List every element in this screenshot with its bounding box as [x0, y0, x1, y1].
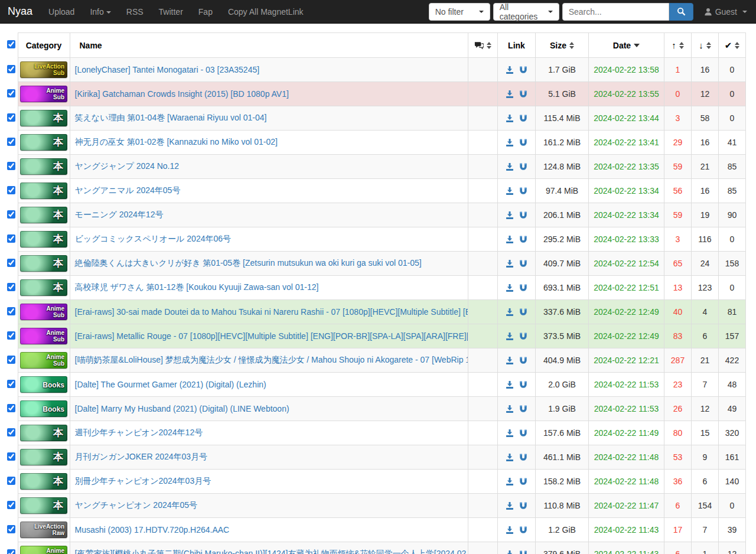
category-icon-liveaction-raw[interactable]: LiveAction Raw [20, 522, 67, 538]
torrent-name-link[interactable]: 笑えない理由 第01-04巻 [Waraenai Riyuu vol 01-04… [75, 113, 267, 122]
brand-logo[interactable]: Nyaa [0, 5, 41, 18]
download-icon[interactable] [506, 90, 514, 98]
download-icon[interactable] [506, 501, 514, 510]
row-checkbox[interactable] [7, 356, 15, 364]
header-leechers[interactable]: ↓ [692, 33, 719, 58]
row-checkbox[interactable] [7, 428, 15, 436]
filter-select[interactable]: No filter [429, 3, 490, 21]
header-date[interactable]: Date [589, 33, 664, 58]
magnet-icon[interactable] [519, 211, 527, 219]
category-icon-anime-sub-en[interactable]: Anime Sub [20, 328, 67, 344]
torrent-name-link[interactable]: 週刊少年チャンピオン2024年12号 [75, 428, 203, 437]
magnet-icon[interactable] [519, 283, 527, 292]
torrent-name-link[interactable]: 高校球児 ザワさん 第01-12巻 [Koukou Kyuuji Zawa-sa… [75, 282, 319, 292]
category-icon-lit-raw[interactable]: 本 [20, 110, 67, 126]
torrent-name-link[interactable]: Musashi (2003) 17.HDTV.720p.H264.AAC [75, 525, 230, 535]
download-icon[interactable] [506, 550, 514, 554]
torrent-name-link[interactable]: 絶倫陸奥くんは大きいクリが好き 第01-05巻 [Zetsurin mutsuk… [75, 258, 422, 268]
row-checkbox[interactable] [7, 331, 15, 340]
header-size[interactable]: Size [536, 33, 589, 58]
magnet-icon[interactable] [519, 114, 527, 122]
nav-item-fap[interactable]: Fap [191, 0, 220, 24]
magnet-icon[interactable] [519, 356, 527, 364]
magnet-icon[interactable] [519, 477, 527, 485]
category-icon-anime-sub-nonen[interactable]: Anime Sub [20, 352, 67, 369]
torrent-name-link[interactable]: [Dalte] The Gourmet Gamer (2021) (Digita… [75, 380, 266, 389]
nav-item-copy-magnetlink[interactable]: Copy All MagnetLink [220, 0, 311, 24]
category-icon-anime-sub-nonen[interactable]: Anime Sub [20, 546, 67, 554]
download-icon[interactable] [506, 332, 514, 340]
torrent-name-link[interactable]: ヤングジャンプ 2024 No.12 [75, 161, 180, 171]
magnet-icon[interactable] [519, 526, 527, 534]
row-checkbox[interactable] [7, 380, 15, 388]
category-icon-lit-raw[interactable]: 本 [20, 425, 67, 441]
magnet-icon[interactable] [519, 66, 527, 74]
magnet-icon[interactable] [519, 259, 527, 268]
category-icon-books[interactable]: Books [20, 400, 67, 417]
row-checkbox[interactable] [7, 65, 15, 73]
category-icon-lit-raw[interactable]: 本 [20, 473, 67, 490]
nav-item-rss[interactable]: RSS [119, 0, 151, 24]
header-completed[interactable]: ✔ [719, 33, 746, 58]
magnet-icon[interactable] [519, 380, 527, 389]
nav-item-upload[interactable]: Upload [41, 0, 82, 24]
header-name[interactable]: Name [70, 33, 468, 58]
nav-item-twitter[interactable]: Twitter [151, 0, 191, 24]
category-icon-lit-raw[interactable]: 本 [20, 449, 67, 465]
magnet-icon[interactable] [519, 235, 527, 243]
download-icon[interactable] [506, 66, 514, 74]
magnet-icon[interactable] [519, 90, 527, 98]
magnet-icon[interactable] [519, 308, 527, 316]
magnet-icon[interactable] [519, 501, 527, 510]
row-checkbox[interactable] [7, 259, 15, 267]
category-icon-lit-raw[interactable]: 本 [20, 158, 67, 175]
row-checkbox[interactable] [7, 210, 15, 219]
download-icon[interactable] [506, 235, 514, 243]
row-checkbox[interactable] [7, 477, 15, 485]
category-icon-lit-raw[interactable]: 本 [20, 207, 67, 223]
header-comments[interactable] [468, 33, 498, 58]
download-icon[interactable] [506, 526, 514, 534]
download-icon[interactable] [506, 187, 514, 195]
torrent-name-link[interactable]: [Erai-raws] 30-sai made Doutei da to Mah… [75, 307, 468, 317]
row-checkbox[interactable] [7, 549, 15, 554]
download-icon[interactable] [506, 114, 514, 122]
torrent-name-link[interactable]: 月刊ガンガンJOKER 2024年03月号 [75, 452, 208, 461]
row-checkbox[interactable] [7, 138, 15, 146]
category-icon-anime-sub-en[interactable]: Anime Sub [20, 304, 67, 320]
magnet-icon[interactable] [519, 550, 527, 554]
search-button[interactable] [669, 3, 693, 21]
download-icon[interactable] [506, 356, 514, 364]
row-checkbox[interactable] [7, 501, 15, 509]
category-icon-lit-raw[interactable]: 本 [20, 134, 67, 151]
download-icon[interactable] [506, 429, 514, 437]
magnet-icon[interactable] [519, 453, 527, 461]
magnet-icon[interactable] [519, 138, 527, 146]
category-icon-anime-sub-en[interactable]: Anime Sub [20, 86, 67, 102]
torrent-name-link[interactable]: [Erai-raws] Metallic Rouge - 07 [1080p][… [75, 331, 468, 341]
torrent-name-link[interactable]: [Kirika] Gatchaman Crowds Insight (2015)… [75, 89, 289, 99]
row-checkbox[interactable] [7, 452, 15, 461]
torrent-name-link[interactable]: [Dalte] Marry My Husband (2021) (Digital… [75, 404, 289, 413]
torrent-name-link[interactable]: [LonelyChaser] Tantei Monogatari - 03 [2… [75, 65, 260, 74]
magnet-icon[interactable] [519, 162, 527, 171]
header-category[interactable]: Category [18, 33, 70, 58]
download-icon[interactable] [506, 259, 514, 268]
download-icon[interactable] [506, 162, 514, 171]
download-icon[interactable] [506, 453, 514, 461]
row-checkbox[interactable] [7, 234, 15, 243]
row-checkbox[interactable] [7, 89, 15, 97]
row-checkbox[interactable] [7, 307, 15, 315]
row-checkbox[interactable] [7, 162, 15, 170]
header-seeders[interactable]: ↑ [664, 33, 692, 58]
magnet-icon[interactable] [519, 332, 527, 340]
row-checkbox[interactable] [7, 283, 15, 291]
row-checkbox[interactable] [7, 525, 15, 533]
nav-item-info[interactable]: Info [82, 0, 118, 24]
torrent-name-link[interactable]: ビッグコミックスペリオール 2024年06号 [75, 234, 232, 243]
row-checkbox[interactable] [7, 113, 15, 122]
magnet-icon[interactable] [519, 187, 527, 195]
category-icon-lit-raw[interactable]: 本 [20, 231, 67, 247]
download-icon[interactable] [506, 138, 514, 146]
category-icon-lit-raw[interactable]: 本 [20, 279, 67, 296]
